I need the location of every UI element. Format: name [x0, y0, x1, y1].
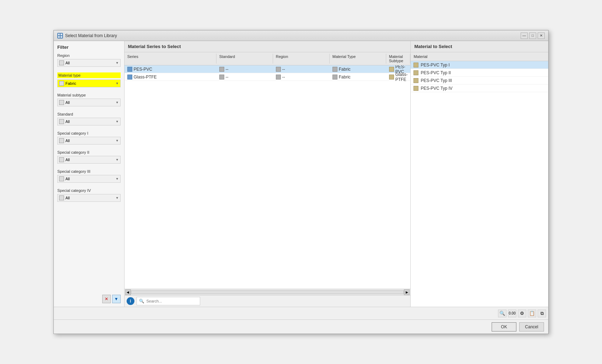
special-cat1-select[interactable]: All ▼: [57, 137, 121, 145]
special-cat2-value: All: [65, 158, 114, 162]
divider-6: [57, 165, 121, 168]
list-item[interactable]: PES-PVC Typ II: [411, 69, 548, 77]
standard-row-icon: [219, 67, 224, 72]
special-cat3-value: All: [65, 177, 114, 181]
minimize-button[interactable]: —: [521, 33, 528, 39]
mattype-value: Fabric: [339, 75, 351, 80]
special-cat2-select[interactable]: All ▼: [57, 156, 121, 164]
material-table-header: Material: [411, 52, 548, 61]
info-icon: i: [127, 297, 134, 305]
divider-2: [57, 89, 121, 92]
divider-1: [57, 68, 121, 71]
material-panel: Material to Select Material PES-PVC Typ …: [411, 41, 548, 307]
tool-button-3[interactable]: ⚙: [518, 310, 526, 317]
material-type-label: Material type: [57, 72, 121, 78]
matsubtype-row-icon: [389, 67, 394, 72]
region-row-icon: [276, 75, 281, 80]
standard-row-icon: [219, 75, 224, 80]
material-item-icon: [413, 86, 418, 91]
special-cat4-label: Special category IV: [57, 188, 121, 193]
series-name: Glass-PTFE: [134, 75, 157, 80]
filter-spacer: [57, 203, 121, 291]
apply-filter-button[interactable]: ▼: [112, 295, 121, 303]
bottom-toolbar: 🔍 0.00 ⚙ 📋 ⧉: [54, 307, 548, 319]
filter-panel: Filter Region All ▼ Material type: [54, 41, 125, 307]
divider-3: [57, 108, 121, 111]
scroll-track[interactable]: [131, 290, 404, 294]
maximize-button[interactable]: □: [529, 33, 536, 39]
region-label: Region: [57, 53, 121, 58]
list-item[interactable]: PES-PVC Typ IV: [411, 84, 548, 92]
dialog-icon: [57, 33, 63, 39]
col-header-standard: Standard: [216, 54, 273, 64]
table-row[interactable]: Glass-PTFE -- -- Fabric: [125, 73, 411, 81]
filter-bottom-toolbar: ✕ ▼: [57, 293, 121, 303]
special-cat3-select[interactable]: All ▼: [57, 175, 121, 183]
mattype-value: Fabric: [339, 67, 351, 72]
clear-filter-button[interactable]: ✕: [102, 295, 111, 303]
matsubtype-cell: Glass-PTFE: [386, 71, 411, 83]
series-search-box[interactable]: 🔍: [137, 297, 200, 305]
series-search-input[interactable]: [146, 299, 198, 303]
special-cat2-chevron-icon: ▼: [116, 158, 119, 162]
divider-5: [57, 146, 121, 149]
list-item[interactable]: PES-PVC Typ I: [411, 61, 548, 69]
filter-title: Filter: [57, 45, 121, 50]
material-subtype-label: Material subtype: [57, 93, 121, 97]
filter-group-material-type: Material type Fabric ▼: [57, 72, 121, 87]
scroll-right-button[interactable]: ▶: [404, 289, 410, 295]
series-table-body: PES-PVC -- -- Fabric: [125, 65, 411, 289]
special-cat4-icon: [59, 195, 64, 200]
tool-button-1[interactable]: 🔍: [498, 310, 507, 317]
special-cat1-value: All: [65, 139, 114, 143]
standard-chevron-icon: ▼: [116, 120, 119, 123]
scroll-left-button[interactable]: ◀: [125, 289, 131, 295]
mattype-cell: Fabric: [330, 74, 386, 80]
col-header-region: Region: [273, 54, 330, 64]
dialog-body: Filter Region All ▼ Material type: [54, 41, 548, 307]
table-row[interactable]: PES-PVC -- -- Fabric: [125, 65, 411, 73]
series-panel-header: Material Series to Select: [125, 41, 411, 52]
special-cat2-label: Special category II: [57, 150, 121, 154]
series-search-bar: i 🔍: [125, 295, 411, 307]
series-name: PES-PVC: [134, 67, 152, 72]
list-item[interactable]: PES-PVC Typ III: [411, 77, 548, 84]
tool-button-5[interactable]: ⧉: [538, 310, 546, 317]
filter-group-region: Region All ▼: [57, 53, 121, 67]
tool-button-4[interactable]: 📋: [528, 310, 536, 317]
material-type-chevron-icon: ▼: [116, 82, 119, 85]
material-subtype-select[interactable]: All ▼: [57, 99, 121, 106]
region-value: --: [282, 75, 285, 80]
special-cat4-select[interactable]: All ▼: [57, 194, 121, 202]
material-type-select[interactable]: Fabric ▼: [57, 80, 121, 87]
material-type-value: Fabric: [65, 81, 114, 86]
filter-group-special1: Special category I All ▼: [57, 131, 121, 145]
material-subtype-value: All: [65, 100, 114, 105]
cancel-button[interactable]: Cancel: [519, 322, 544, 331]
dialog-title: Select Material from Library: [65, 33, 117, 38]
special-cat3-icon: [59, 176, 64, 181]
title-bar: Select Material from Library — □ ✕: [54, 30, 548, 41]
material-item-icon: [413, 70, 418, 75]
svg-rect-0: [58, 34, 60, 35]
tool-button-2[interactable]: 0.00: [508, 310, 516, 317]
material-subtype-icon: [59, 100, 64, 105]
horizontal-scrollbar[interactable]: ◀ ▶: [125, 289, 411, 295]
special-cat1-label: Special category I: [57, 131, 121, 135]
search-icon: 🔍: [139, 299, 144, 304]
standard-cell: --: [216, 66, 273, 72]
tool-value-icon: 0.00: [509, 311, 515, 315]
region-select[interactable]: All ▼: [57, 59, 121, 67]
special-cat3-chevron-icon: ▼: [116, 177, 119, 181]
close-button[interactable]: ✕: [538, 33, 545, 39]
ok-button[interactable]: OK: [492, 322, 516, 331]
region-chevron-icon: ▼: [116, 61, 119, 65]
standard-label: Standard: [57, 112, 121, 116]
col-header-material: Material: [411, 54, 548, 59]
dialog-footer: OK Cancel: [54, 319, 548, 334]
filter-icon: ▼: [114, 297, 118, 301]
standard-select[interactable]: All ▼: [57, 118, 121, 125]
filter-group-special3: Special category III All ▼: [57, 169, 121, 183]
region-icon: [59, 60, 64, 65]
matsubtype-value: Glass-PTFE: [395, 72, 408, 82]
